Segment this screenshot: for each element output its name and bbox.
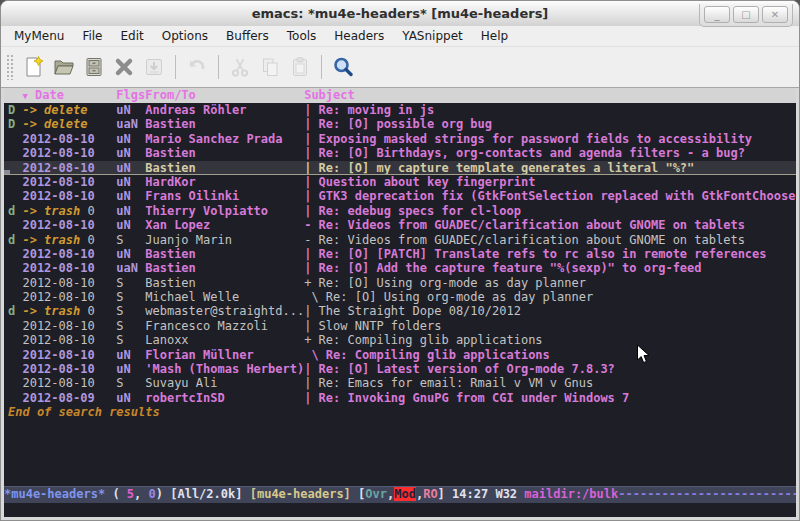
message-subject: | The Straight Dope 08/10/2012	[304, 304, 796, 318]
titlebar[interactable]: emacs: *mu4e-headers* [mu4e-headers] _□✕	[1, 1, 799, 26]
search-icon	[331, 55, 355, 79]
message-subject: \ Re: Compiling glib applications	[304, 348, 796, 362]
message-date: 2012-08-10	[22, 319, 116, 333]
headers-header-line[interactable]: ▼ Date Flgs From/To Subject	[4, 88, 796, 103]
message-row[interactable]: 2012-08-10 S Francesco Mazzoli | Slow NN…	[4, 319, 796, 333]
message-row[interactable]: 2012-08-09 uN robertcInSD | Re: Invoking…	[4, 391, 796, 405]
mark-flag	[4, 319, 22, 333]
message-flags: uN	[116, 348, 145, 362]
maximize-button[interactable]: □	[733, 6, 759, 23]
mouse-pointer	[636, 344, 651, 365]
modeline-segment-mode-name: [mu4e-headers]	[250, 487, 358, 501]
message-row[interactable]: 2012-08-10 S Suvayu Ali | Re: Emacs for …	[4, 376, 796, 390]
minimize-button[interactable]: _	[704, 6, 730, 23]
message-row[interactable]: d -> trash 0 S webmaster@straightd... | …	[4, 304, 796, 318]
header-date-col[interactable]: ▼ Date	[22, 88, 116, 103]
message-date: -> delete	[22, 117, 116, 131]
message-from: Mario Sanchez Prada	[145, 132, 304, 146]
message-subject: | Re: moving in js	[304, 103, 796, 117]
message-from: Francesco Mazzoli	[145, 319, 304, 333]
modeline-segment-maildir: maildir:/bulk	[524, 487, 618, 501]
toolbar-separator	[175, 55, 176, 79]
menu-yasnippet[interactable]: YASnippet	[393, 27, 472, 45]
menu-file[interactable]: File	[73, 27, 111, 45]
message-date: -> trash 0	[22, 304, 116, 318]
window-frame: emacs: *mu4e-headers* [mu4e-headers] _□✕…	[0, 0, 800, 521]
toolbar-drag-handle[interactable]	[6, 54, 15, 80]
menu-buffers[interactable]: Buffers	[217, 27, 278, 45]
message-flags: uaN	[116, 261, 145, 275]
message-row[interactable]: 2012-08-10 uN Bastien | Re: [O] Birthday…	[4, 146, 796, 160]
message-subject: | Re: [O] Latest version of Org-mode 7.8…	[304, 362, 796, 376]
header-subject-col[interactable]: Subject	[304, 88, 796, 103]
message-row[interactable]: 2012-08-10 uN Xan Lopez - Re: Videos fro…	[4, 218, 796, 232]
dired-button[interactable]	[80, 53, 108, 81]
modeline-segment-num-magenta: 5	[127, 487, 134, 501]
menu-headers[interactable]: Headers	[325, 27, 393, 45]
message-flags: S	[116, 276, 145, 290]
message-from: Andreas Röhler	[145, 103, 304, 117]
message-flags: uN	[116, 204, 145, 218]
mark-flag: d	[4, 233, 22, 247]
message-flags: uN	[116, 247, 145, 261]
message-row[interactable]: 2012-08-10 uN Florian Müllner \ Re: Comp…	[4, 348, 796, 362]
mark-flag	[4, 391, 22, 405]
kill-buffer-button[interactable]	[110, 53, 138, 81]
message-date: -> trash 0	[22, 233, 116, 247]
message-subject: - Re: Videos from GUADEC/clarification a…	[304, 218, 796, 232]
mark-flag	[4, 189, 22, 203]
mark-flag	[4, 132, 22, 146]
message-subject: | Re: [O] my capture template generates …	[304, 161, 796, 174]
message-from: Bastien	[145, 161, 304, 174]
message-subject: - Re: Videos from GUADEC/clarification a…	[304, 233, 796, 247]
message-row[interactable]: d -> trash 0 S Juanjo Marin - Re: Videos…	[4, 233, 796, 247]
message-row[interactable]: 2012-08-10 uN 'Mash (Thomas Herbert) | R…	[4, 362, 796, 376]
modeline-segment-plain: 14:27 W32	[452, 487, 524, 501]
modeline-segment-plain: [All/2.0k]	[170, 487, 249, 501]
message-row[interactable]: 2012-08-10 uaN Bastien | Re: [O] Add the…	[4, 261, 796, 275]
header-flags-col[interactable]: Flgs	[116, 88, 145, 103]
menu-help[interactable]: Help	[472, 27, 517, 45]
toolbar	[1, 47, 799, 88]
header-from-col[interactable]: From/To	[145, 88, 304, 103]
message-from: HardKor	[145, 175, 304, 189]
mark-flag: D	[4, 117, 22, 131]
message-row[interactable]: 2012-08-10 S Michael Welle \ Re: [O] Usi…	[4, 290, 796, 304]
message-row[interactable]: 2012-08-10 S Bastien + Re: [O] Using org…	[4, 276, 796, 290]
modeline-segment-plain: (	[105, 487, 127, 501]
close-button[interactable]: ✕	[762, 6, 788, 23]
menu-edit[interactable]: Edit	[112, 27, 153, 45]
message-row[interactable]: 2012-08-10 uN Mario Sanchez Prada | Expo…	[4, 132, 796, 146]
message-row[interactable]: D -> delete uaN Bastien | Re: [O] possib…	[4, 117, 796, 131]
message-row[interactable]: D -> delete uN Andreas Röhler | Re: movi…	[4, 103, 796, 117]
message-flags: uN	[116, 189, 145, 203]
message-from: robertcInSD	[145, 391, 304, 405]
message-row[interactable]: 2012-08-10 uN Bastien | Re: [O] [PATCH] …	[4, 247, 796, 261]
modeline-segment-buffer-name: *mu4e-headers*	[4, 487, 105, 501]
message-flags: uN	[116, 175, 145, 189]
message-row[interactable]: 2012-08-10 uN Frans Oilinki | GTK3 depre…	[4, 189, 796, 203]
message-subject: \ Re: [O] Using org-mode as day planner	[304, 290, 796, 304]
message-row[interactable]: 2012-08-10 uN HardKor | Question about k…	[4, 175, 796, 189]
mark-flag	[4, 290, 22, 304]
mark-target: 0	[80, 233, 94, 247]
search-button[interactable]	[329, 53, 357, 81]
menu-mymenu[interactable]: MyMenu	[5, 27, 73, 45]
new-file-button[interactable]	[20, 53, 48, 81]
message-subject: | Re: Invoking GnuPG from CGI under Wind…	[304, 391, 796, 405]
mark-target: 0	[80, 304, 94, 318]
modeline-segment-ro: RO	[423, 487, 437, 501]
menu-tools[interactable]: Tools	[278, 27, 326, 45]
echo-area[interactable]	[4, 503, 796, 517]
message-row[interactable]: 2012-08-10 S Lanoxx + Re: Compiling glib…	[4, 333, 796, 347]
message-list: D -> delete uN Andreas Röhler | Re: movi…	[4, 103, 796, 405]
message-row[interactable]: 2012-08-10 uN Bastien | Re: [O] my captu…	[4, 161, 796, 175]
mark-flag	[4, 348, 22, 362]
mark-flag	[4, 146, 22, 160]
toolbar-separator	[321, 55, 322, 79]
open-file-button[interactable]	[50, 53, 78, 81]
message-row[interactable]: d -> trash 0 uN Thierry Volpiatto | Re: …	[4, 204, 796, 218]
mu4e-headers-buffer[interactable]: ▼ Date Flgs From/To Subject D -> delete …	[4, 88, 796, 486]
menu-options[interactable]: Options	[153, 27, 217, 45]
message-date: 2012-08-10	[22, 348, 116, 362]
